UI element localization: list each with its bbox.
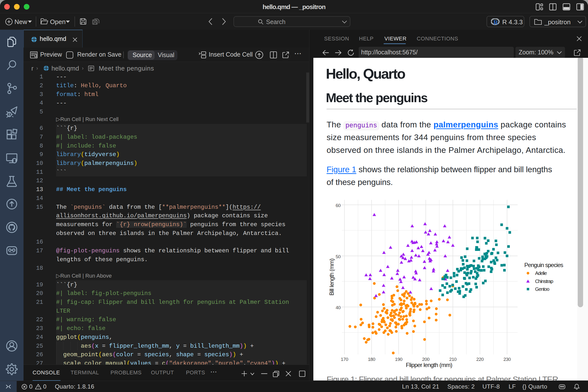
svg-text:200: 200 [422,357,430,362]
svg-text:220: 220 [476,357,484,362]
svg-text:Bill length (mm): Bill length (mm) [328,259,335,296]
svg-text:Flipper length (mm): Flipper length (mm) [406,362,452,368]
svg-text:60: 60 [336,203,340,208]
svg-text:190: 190 [395,357,402,362]
svg-text:Penguin species: Penguin species [524,262,563,268]
svg-text:210: 210 [449,357,456,362]
svg-text:Gentoo: Gentoo [535,286,549,292]
svg-text:Chinstrap: Chinstrap [535,278,553,284]
svg-text:50: 50 [336,254,340,259]
svg-text:180: 180 [368,357,375,362]
svg-text:R: R [494,19,498,26]
svg-text:Adelie: Adelie [535,270,547,276]
svg-text:170: 170 [341,357,348,362]
svg-text:230: 230 [504,357,511,362]
svg-text:40: 40 [336,305,340,310]
